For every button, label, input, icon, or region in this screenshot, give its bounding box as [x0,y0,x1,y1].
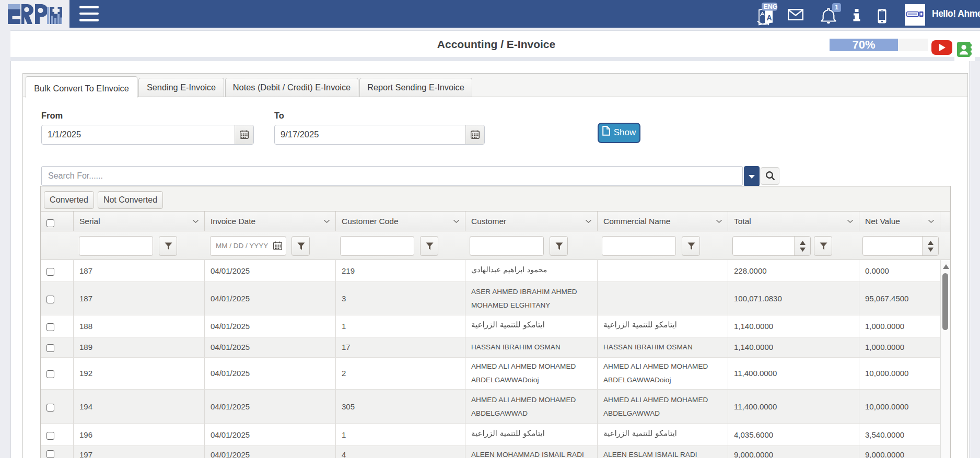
svg-text:ENG: ENG [764,3,778,10]
svg-text:A: A [767,14,772,22]
